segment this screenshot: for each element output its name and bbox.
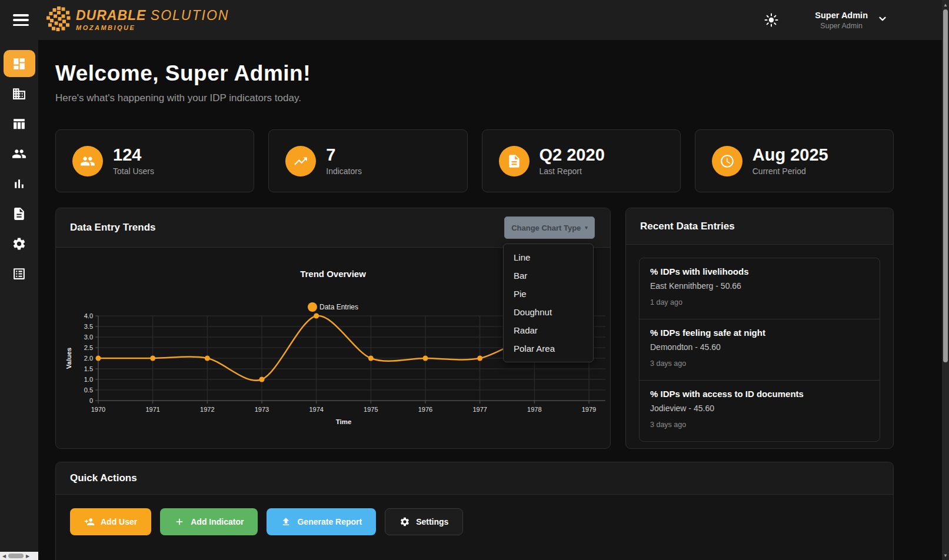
stat-label: Indicators [326,166,362,176]
svg-text:2.5: 2.5 [84,344,93,351]
generate-report-button[interactable]: Generate Report [267,508,376,535]
svg-text:Time: Time [336,418,352,425]
bar-chart-icon [12,176,26,191]
svg-text:1977: 1977 [472,406,487,413]
scroll-left-icon[interactable]: ◀ [0,554,8,559]
user-name: Super Admin [815,11,868,20]
top-header: DURABLE SOLUTION MOZAMBIQUE [0,0,942,40]
menu-item-polar-area[interactable]: Polar Area [504,339,593,358]
sidebar-item-forms[interactable] [4,260,35,287]
list-item: % IDPs with access to ID documents Jodie… [640,381,880,441]
entry-title: % IDPs feeling safe at night [650,328,869,338]
quick-actions-title: Quick Actions [70,472,137,484]
svg-text:0.5: 0.5 [84,386,93,394]
stat-label: Total Users [113,166,154,176]
sidebar-item-tables[interactable] [4,110,35,137]
list-item: % IDPs with livelihoods East Kennithberg… [640,258,880,319]
theme-toggle-sun-icon[interactable] [764,13,778,27]
vertical-scrollbar-thumb[interactable] [943,9,948,362]
plus-icon [174,516,185,527]
menu-item-pie[interactable]: Pie [504,285,593,303]
horizontal-scrollbar-thumb[interactable] [8,554,24,558]
gear-icon [399,516,410,527]
svg-text:1972: 1972 [200,406,214,413]
scroll-down-icon[interactable]: ▼ [942,551,949,559]
legend-label: Data Entries [319,303,358,311]
svg-text:1970: 1970 [91,406,105,413]
settings-button[interactable]: Settings [385,508,463,535]
hamburger-menu-icon[interactable] [13,14,29,26]
document-icon [12,206,26,221]
person-add-icon [84,516,95,527]
svg-text:1973: 1973 [255,406,269,413]
entry-time: 3 days ago [650,421,869,429]
upload-icon [281,516,291,527]
scroll-up-icon[interactable]: ▲ [942,1,949,9]
menu-item-doughnut[interactable]: Doughnut [504,303,593,321]
brand-name-bold: DURABLE [76,8,146,23]
stat-card-total-users: 124 Total Users [55,129,254,192]
sidebar-item-dashboard[interactable] [4,50,35,77]
dashboard-icon [12,56,26,71]
change-chart-type-button[interactable]: Change Chart Type▾ [504,216,595,239]
scroll-right-icon[interactable]: ▶ [24,554,32,559]
trends-card-title: Data Entry Trends [70,222,156,234]
stat-value: Aug 2025 [752,146,828,164]
main-content: Welcome, Super Admin! Here's what's happ… [38,40,942,560]
caret-down-icon: ▾ [585,225,588,231]
brand-subtitle: MOZAMBIQUE [76,25,229,31]
user-role: Super Admin [815,22,868,30]
entry-time: 3 days ago [650,359,869,368]
svg-text:1.5: 1.5 [84,365,93,372]
stat-card-last-report: Q2 2020 Last Report [482,129,681,192]
users-icon [72,146,103,176]
app-root: DURABLE SOLUTION MOZAMBIQUE [0,0,949,560]
menu-item-line[interactable]: Line [504,248,593,266]
svg-text:1979: 1979 [582,406,596,413]
stat-value: 7 [326,146,362,164]
entry-detail: Demondton - 45.60 [650,342,869,352]
svg-text:1975: 1975 [364,406,378,413]
building-icon [12,86,26,101]
svg-text:3.5: 3.5 [84,323,93,330]
sidebar-nav [0,40,38,552]
menu-item-bar[interactable]: Bar [504,266,593,285]
recent-data-entries-card: Recent Data Entries % IDPs with liveliho… [625,208,894,449]
vertical-scrollbar[interactable]: ▲ ▼ [942,0,949,560]
stat-card-current-period: Aug 2025 Current Period [695,129,894,192]
columns-icon [12,116,26,131]
svg-text:Values: Values [65,348,72,369]
trending-up-icon [285,146,316,176]
svg-text:1978: 1978 [527,406,541,413]
chevron-down-icon[interactable] [877,14,888,26]
entry-detail: Jodieview - 45.60 [650,404,869,413]
page-title: Welcome, Super Admin! [55,61,894,86]
data-entry-trends-card: Data Entry Trends Change Chart Type▾ Tre… [55,208,611,449]
legend-swatch [308,302,317,312]
sidebar-item-reports[interactable] [4,200,35,227]
svg-text:1974: 1974 [309,406,323,413]
svg-text:4.0: 4.0 [84,312,93,319]
sidebar-item-users[interactable] [4,140,35,167]
entry-detail: East Kennithberg - 50.66 [650,281,869,291]
sidebar-item-analytics[interactable] [4,170,35,197]
users-icon [12,146,26,161]
menu-item-radar[interactable]: Radar [504,321,593,339]
stat-label: Last Report [540,166,605,176]
quick-actions-card: Quick Actions Add User Add Indicator Gen… [55,462,894,560]
svg-text:1.0: 1.0 [84,376,93,383]
add-user-button[interactable]: Add User [70,508,151,535]
list-item: % IDPs feeling safe at night Demondton -… [640,319,880,381]
user-menu[interactable]: Super Admin Super Admin [815,11,868,30]
svg-text:0: 0 [89,397,93,404]
svg-text:1971: 1971 [145,406,159,413]
stats-row: 124 Total Users 7 Indicators [55,129,894,192]
brand-name-light: SOLUTION [151,8,229,23]
svg-text:3.0: 3.0 [84,334,93,341]
page-subtitle: Here's what's happening with your IDP in… [55,92,894,104]
add-indicator-button[interactable]: Add Indicator [160,508,258,535]
horizontal-scrollbar[interactable]: ◀ ▶ [0,552,38,560]
sidebar-item-organizations[interactable] [4,80,35,107]
entry-title: % IDPs with livelihoods [650,266,869,276]
sidebar-item-settings[interactable] [4,230,35,257]
